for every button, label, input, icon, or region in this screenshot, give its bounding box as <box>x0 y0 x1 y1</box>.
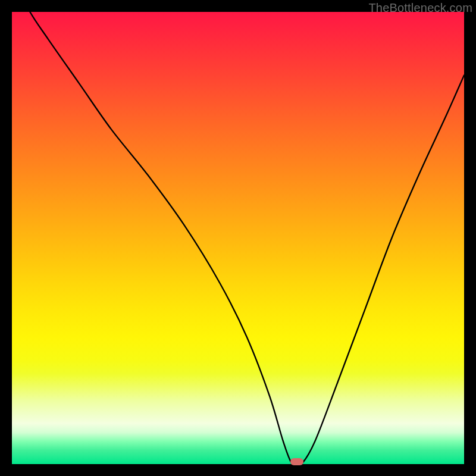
curve-path <box>12 12 464 464</box>
chart-frame: TheBottleneck.com <box>0 0 476 476</box>
bottleneck-curve <box>12 12 464 464</box>
optimum-marker <box>290 458 303 465</box>
plot-area <box>12 12 464 464</box>
